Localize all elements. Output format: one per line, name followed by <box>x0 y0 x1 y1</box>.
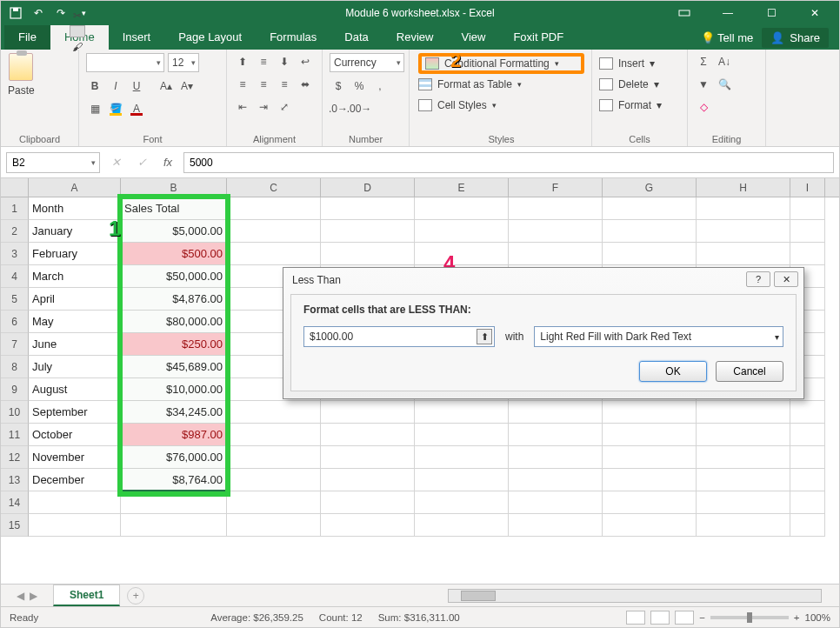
cell[interactable] <box>697 243 790 265</box>
col-header-H[interactable]: H <box>697 178 790 197</box>
cell[interactable] <box>29 514 121 537</box>
row-header[interactable]: 14 <box>1 491 29 514</box>
cell[interactable] <box>227 401 321 424</box>
page-break-view-icon[interactable] <box>675 611 694 625</box>
sort-filter-icon[interactable]: A↓ <box>716 53 733 70</box>
cell[interactable] <box>415 446 509 469</box>
fill-icon[interactable]: ▼ <box>695 76 712 93</box>
zoom-in-icon[interactable]: + <box>794 612 800 623</box>
insert-cells-button[interactable]: Insert ▾ <box>599 53 680 74</box>
align-middle-icon[interactable]: ≡ <box>255 53 272 70</box>
cell[interactable] <box>509 243 603 265</box>
wrap-text-icon[interactable]: ↩ <box>297 53 314 70</box>
range-selector-icon[interactable]: ⬆ <box>477 329 492 344</box>
cell[interactable] <box>697 491 790 514</box>
cell[interactable] <box>29 491 121 514</box>
cell[interactable] <box>509 469 603 491</box>
orientation-icon[interactable]: ⤢ <box>276 98 293 116</box>
undo-icon[interactable]: ↶ <box>30 5 46 21</box>
cell[interactable]: $500.00 <box>121 243 227 265</box>
cell[interactable] <box>321 491 415 514</box>
tab-view[interactable]: View <box>447 25 499 50</box>
align-top-icon[interactable]: ⬆ <box>234 53 251 70</box>
select-all-corner[interactable] <box>1 178 29 197</box>
cell[interactable] <box>415 469 509 491</box>
cell[interactable]: January <box>29 220 121 243</box>
cell[interactable]: $4,876.00 <box>121 288 227 311</box>
cell[interactable]: $5,000.00 <box>121 220 227 243</box>
cell[interactable] <box>227 491 321 514</box>
row-header[interactable]: 13 <box>1 469 29 491</box>
col-header-A[interactable]: A <box>29 178 121 197</box>
row-header[interactable]: 4 <box>1 265 29 288</box>
format-as-table-button[interactable]: Format as Table ▾ <box>418 74 584 95</box>
tab-file[interactable]: File <box>4 25 50 50</box>
percent-icon[interactable]: % <box>350 77 368 95</box>
cell-styles-button[interactable]: Cell Styles ▾ <box>418 95 584 116</box>
cell[interactable] <box>697 197 790 220</box>
cell[interactable] <box>415 514 509 537</box>
cancel-button[interactable]: Cancel <box>716 361 783 382</box>
cell[interactable] <box>697 401 790 424</box>
cell[interactable] <box>790 491 825 514</box>
tab-foxit[interactable]: Foxit PDF <box>499 25 577 50</box>
cell[interactable] <box>321 197 415 220</box>
cell[interactable] <box>509 424 603 446</box>
row-header[interactable]: 9 <box>1 378 29 401</box>
cell[interactable] <box>415 243 509 265</box>
col-header-I[interactable]: I <box>790 178 825 197</box>
cell[interactable]: November <box>29 446 121 469</box>
share-button[interactable]: 👤 Share <box>762 28 829 48</box>
row-header[interactable]: 10 <box>1 401 29 424</box>
cell[interactable]: $80,000.00 <box>121 311 227 333</box>
increase-decimal-icon[interactable]: .0→ <box>330 100 347 117</box>
cell[interactable] <box>509 491 603 514</box>
cell[interactable]: Sales Total <box>121 197 227 220</box>
cell[interactable] <box>321 469 415 491</box>
align-center-icon[interactable]: ≡ <box>255 76 272 93</box>
cell[interactable] <box>509 514 603 537</box>
cell[interactable] <box>603 401 697 424</box>
row-header[interactable]: 12 <box>1 446 29 469</box>
cell[interactable] <box>227 243 321 265</box>
border-button[interactable]: ▦ <box>86 100 103 117</box>
col-header-E[interactable]: E <box>415 178 509 197</box>
zoom-out-icon[interactable]: − <box>699 612 705 623</box>
less-than-value-input[interactable]: $1000.00 ⬆ <box>303 326 495 347</box>
col-header-D[interactable]: D <box>321 178 415 197</box>
cell[interactable] <box>509 220 603 243</box>
paste-button[interactable]: Paste <box>8 53 35 97</box>
cell[interactable] <box>321 446 415 469</box>
cell[interactable]: $987.00 <box>121 424 227 446</box>
align-left-icon[interactable]: ≡ <box>234 76 251 93</box>
bold-button[interactable]: B <box>86 77 103 95</box>
currency-icon[interactable]: $ <box>330 77 347 95</box>
align-right-icon[interactable]: ≡ <box>276 76 293 93</box>
merge-icon[interactable]: ⬌ <box>297 76 314 93</box>
cell[interactable]: March <box>29 265 121 288</box>
decrease-font-icon[interactable]: A▾ <box>178 77 196 95</box>
cell[interactable] <box>227 469 321 491</box>
row-header[interactable]: 15 <box>1 514 29 537</box>
cell[interactable] <box>227 220 321 243</box>
page-layout-view-icon[interactable] <box>650 611 670 625</box>
cell[interactable] <box>321 401 415 424</box>
cell[interactable] <box>227 424 321 446</box>
tab-formulas[interactable]: Formulas <box>256 25 330 50</box>
ribbon-display-icon[interactable] <box>665 4 703 22</box>
cell[interactable] <box>603 446 697 469</box>
col-header-F[interactable]: F <box>509 178 603 197</box>
cell[interactable] <box>321 424 415 446</box>
cell[interactable] <box>790 469 825 491</box>
ok-button[interactable]: OK <box>639 361 707 382</box>
font-name-combo[interactable] <box>86 53 164 72</box>
copy-icon[interactable] <box>70 25 85 37</box>
close-button[interactable]: ✕ <box>796 4 834 22</box>
cell[interactable] <box>603 197 697 220</box>
cell[interactable] <box>415 424 509 446</box>
cell[interactable]: April <box>29 288 121 311</box>
horizontal-scrollbar[interactable] <box>448 589 822 603</box>
cell[interactable] <box>321 220 415 243</box>
tab-review[interactable]: Review <box>383 25 448 50</box>
indent-left-icon[interactable]: ⇤ <box>234 98 251 116</box>
